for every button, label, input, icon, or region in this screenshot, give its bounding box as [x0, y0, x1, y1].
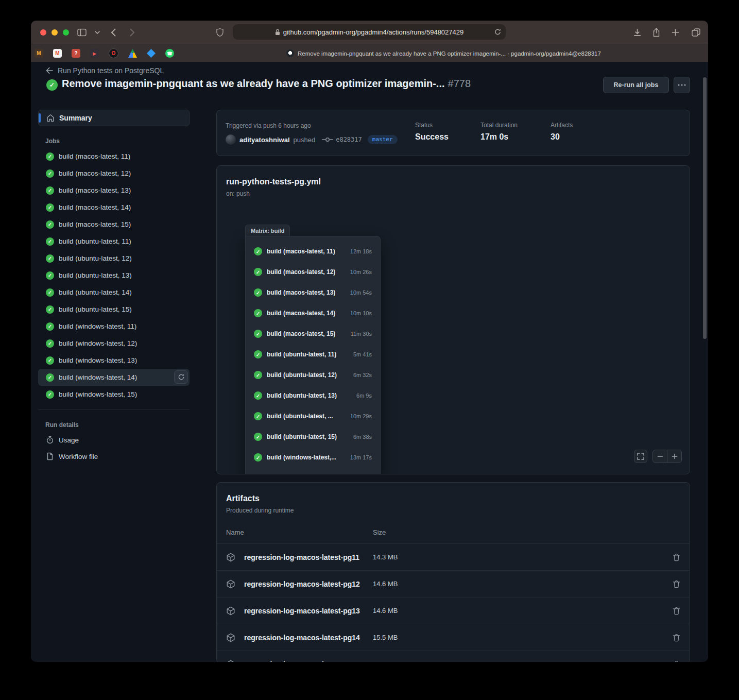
- rerun-job-icon[interactable]: [174, 370, 188, 384]
- artifact-name[interactable]: regression-log-macos-latest-pg13: [244, 607, 373, 615]
- trigger-info: Triggered via push 6 hours ago: [226, 122, 311, 129]
- stat-value: 30: [551, 132, 573, 142]
- bookmark-favicon[interactable]: ▸: [90, 49, 99, 58]
- sidebar-job-item[interactable]: build (windows-latest, 11): [38, 318, 190, 335]
- sidebar-toggle-icon[interactable]: [77, 28, 87, 36]
- browser-back-button[interactable]: [111, 28, 116, 37]
- matrix-job-item[interactable]: build (macos-latest, 13) 10m 54s: [246, 282, 380, 303]
- sidebar-item-usage[interactable]: Usage: [38, 432, 190, 448]
- matrix-job-item[interactable]: build (ubuntu-latest, ... 10m 29s: [246, 406, 380, 426]
- bookmarks-bar: M M ? ▸ O ☎ Remove imagemin-pngq: [31, 44, 708, 62]
- artifact-size: 14.6 MB: [373, 580, 665, 588]
- page-scrollbar[interactable]: [703, 77, 707, 339]
- matrix-job-name: build (macos-latest, 12): [267, 268, 335, 276]
- workflow-breadcrumb[interactable]: Run Python tests on PostgreSQL: [45, 66, 164, 75]
- matrix-job-item[interactable]: build (macos-latest, 14) 10m 10s: [246, 303, 380, 323]
- sidebar-job-item[interactable]: build (macos-latest, 12): [38, 165, 190, 182]
- job-label: build (macos-latest, 14): [59, 203, 131, 211]
- sidebar-job-item[interactable]: build (windows-latest, 15): [38, 386, 190, 403]
- chevron-down-icon[interactable]: [95, 31, 100, 34]
- sidebar-job-item[interactable]: build (macos-latest, 14): [38, 199, 190, 216]
- zoom-out-button[interactable]: [653, 450, 667, 463]
- run-details-heading: Run details: [38, 421, 190, 429]
- matrix-job-name: build (ubuntu-latest, 13): [267, 392, 337, 399]
- job-success-check-icon: [46, 169, 54, 178]
- matrix-job-name: build (ubuntu-latest, 12): [267, 371, 337, 379]
- artifact-name[interactable]: regression-log-macos-latest-pg11: [244, 553, 373, 561]
- matrix-job-item[interactable]: build (macos-latest, 12) 10m 26s: [246, 262, 380, 282]
- delete-artifact-button[interactable]: [673, 634, 680, 642]
- commit-hash[interactable]: e828317: [336, 136, 362, 143]
- zoom-in-button[interactable]: [667, 450, 681, 463]
- close-window-button[interactable]: [40, 29, 46, 36]
- bookmark-favicon[interactable]: ?: [72, 49, 80, 58]
- sidebar-job-item[interactable]: build (macos-latest, 15): [38, 216, 190, 233]
- delete-artifact-button[interactable]: [673, 660, 680, 662]
- sidebar-job-item[interactable]: build (ubuntu-latest, 15): [38, 301, 190, 318]
- matrix-job-item[interactable]: build (ubuntu-latest, 13) 6m 9s: [246, 385, 380, 406]
- sidebar-job-item[interactable]: build (ubuntu-latest, 14): [38, 284, 190, 301]
- delete-artifact-button[interactable]: [673, 553, 680, 561]
- workflow-graph-card: run-python-tests-pg.yml on: push Matrix:…: [216, 165, 690, 474]
- delete-artifact-button[interactable]: [673, 607, 680, 615]
- artifact-name[interactable]: regression-log-macos-latest-pg14: [244, 634, 373, 642]
- bookmark-favicon[interactable]: [147, 49, 156, 58]
- active-tab[interactable]: Remove imagemin-pngquant as we already h…: [286, 44, 601, 62]
- job-success-check-icon: [46, 322, 54, 331]
- bookmark-favicon[interactable]: O: [109, 48, 118, 58]
- stat-value: 17m 0s: [480, 132, 551, 142]
- new-tab-icon[interactable]: [672, 28, 679, 36]
- job-success-check-icon: [46, 220, 54, 229]
- sidebar-job-item[interactable]: build (windows-latest, 13): [38, 352, 190, 369]
- sidebar-job-item[interactable]: build (macos-latest, 11): [38, 148, 190, 165]
- artifact-name[interactable]: regression-log-macos-latest-pg15: [244, 660, 373, 662]
- home-icon: [46, 114, 55, 122]
- sidebar-job-item[interactable]: build (ubuntu-latest, 13): [38, 267, 190, 284]
- matrix-job-item[interactable]: build (ubuntu-latest, 15) 6m 38s: [246, 426, 380, 447]
- reload-button[interactable]: [494, 28, 501, 36]
- browser-forward-button[interactable]: [130, 28, 135, 37]
- delete-artifact-button[interactable]: [673, 580, 680, 588]
- matrix-job-item[interactable]: [246, 468, 380, 474]
- sidebar-job-item[interactable]: build (windows-latest, 12): [38, 335, 190, 352]
- matrix-job-check-icon: [254, 371, 262, 379]
- matrix-job-item[interactable]: build (ubuntu-latest, 11) 5m 41s: [246, 344, 380, 365]
- column-name: Name: [226, 528, 373, 536]
- job-success-check-icon: [46, 254, 54, 263]
- downloads-icon[interactable]: [633, 28, 642, 37]
- branch-badge[interactable]: master: [368, 135, 398, 144]
- privacy-shield-icon[interactable]: [216, 28, 224, 37]
- bookmark-favicon[interactable]: M: [35, 49, 43, 58]
- matrix-job-name: build (macos-latest, 14): [267, 310, 335, 317]
- bookmark-favicon[interactable]: [128, 49, 137, 58]
- sidebar-job-item[interactable]: build (macos-latest, 13): [38, 182, 190, 199]
- bookmark-favicon[interactable]: ☎: [165, 49, 174, 58]
- artifact-name[interactable]: regression-log-macos-latest-pg12: [244, 580, 373, 588]
- matrix-job-item[interactable]: build (ubuntu-latest, 12) 6m 32s: [246, 365, 380, 385]
- minimize-window-button[interactable]: [51, 29, 58, 36]
- zoom-window-button[interactable]: [63, 29, 69, 36]
- sidebar-job-item[interactable]: build (windows-latest, 14): [38, 369, 190, 386]
- actor-row: adityatoshniwal pushed e828317 master: [226, 134, 398, 145]
- sidebar-item-summary[interactable]: Summary: [38, 110, 190, 126]
- sidebar-job-item[interactable]: build (ubuntu-latest, 11): [38, 233, 190, 250]
- sidebar-item-workflow-file[interactable]: Workflow file: [38, 448, 190, 465]
- tab-overview-icon[interactable]: [692, 28, 700, 37]
- url-text: github.com/pgadmin-org/pgadmin4/actions/…: [283, 28, 464, 36]
- matrix-job-check-icon: [254, 247, 262, 255]
- commit-group[interactable]: e828317: [322, 136, 362, 143]
- sidebar-job-item[interactable]: build (ubuntu-latest, 12): [38, 250, 190, 267]
- matrix-job-check-icon: [254, 330, 262, 338]
- matrix-job-item[interactable]: build (windows-latest,... 13m 17s: [246, 447, 380, 468]
- address-bar[interactable]: github.com/pgadmin-org/pgadmin4/actions/…: [233, 24, 506, 40]
- fullscreen-button[interactable]: [634, 450, 647, 463]
- avatar[interactable]: [226, 134, 236, 145]
- actor-name[interactable]: adityatoshniwal: [239, 136, 290, 144]
- matrix-job-duration: 6m 32s: [353, 372, 372, 378]
- matrix-job-item[interactable]: build (macos-latest, 11) 12m 18s: [246, 241, 380, 262]
- more-options-button[interactable]: [674, 77, 690, 93]
- share-icon[interactable]: [652, 28, 660, 37]
- rerun-all-jobs-button[interactable]: Re-run all jobs: [603, 77, 669, 93]
- matrix-job-item[interactable]: build (macos-latest, 15) 11m 30s: [246, 323, 380, 344]
- bookmark-favicon[interactable]: M: [53, 49, 62, 58]
